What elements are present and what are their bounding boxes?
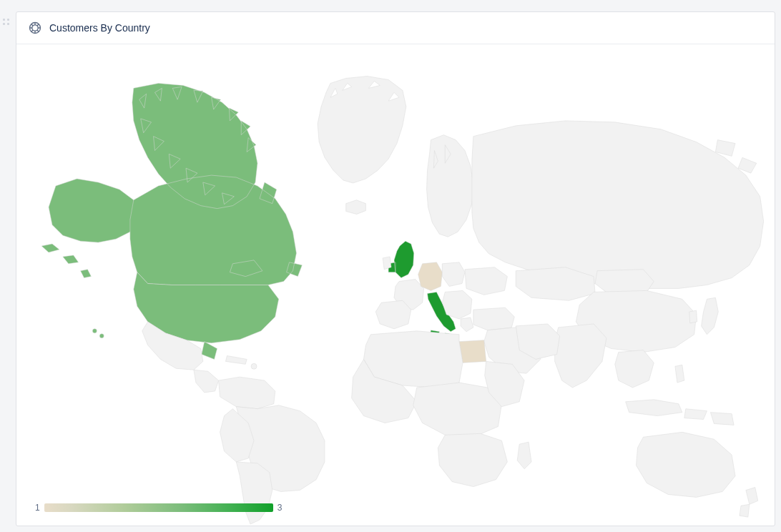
country-russia[interactable] xyxy=(472,121,764,289)
country-greenland[interactable] xyxy=(318,77,406,183)
country-new-zealand[interactable] xyxy=(740,488,758,518)
country-argentina-chile[interactable] xyxy=(236,462,272,524)
country-seasia[interactable] xyxy=(615,350,654,388)
country-scandinavia[interactable] xyxy=(427,135,473,237)
country-poland[interactable] xyxy=(442,262,465,287)
country-cuba[interactable] xyxy=(225,355,247,364)
country-colombia-venezuela[interactable] xyxy=(219,377,275,409)
datasource-icon xyxy=(28,21,42,35)
country-canada[interactable] xyxy=(130,83,302,285)
legend-min: 1 xyxy=(35,503,40,513)
country-us-hawaii-2[interactable] xyxy=(99,334,104,338)
map-card: Customers By Country xyxy=(16,11,775,526)
country-turkey[interactable] xyxy=(473,307,514,330)
card-header: Customers By Country xyxy=(16,12,775,44)
country-central-america[interactable] xyxy=(194,370,219,393)
card-title: Customers By Country xyxy=(49,22,150,34)
legend-gradient-bar xyxy=(44,503,273,512)
country-korea[interactable] xyxy=(689,310,697,323)
color-legend: 1 3 xyxy=(35,503,282,513)
country-madagascar[interactable] xyxy=(517,442,531,469)
country-southern-africa[interactable] xyxy=(438,433,507,486)
country-iceland[interactable] xyxy=(346,200,366,215)
country-ukraine[interactable] xyxy=(465,267,507,295)
country-mongolia[interactable] xyxy=(595,270,654,294)
country-us-hawaii[interactable] xyxy=(92,329,97,333)
country-iberia[interactable] xyxy=(375,300,411,329)
country-png[interactable] xyxy=(710,413,734,425)
country-egypt[interactable] xyxy=(459,340,486,363)
world-map[interactable] xyxy=(16,44,775,526)
country-uk[interactable] xyxy=(388,241,414,277)
country-germany[interactable] xyxy=(418,262,443,291)
country-us-alaska[interactable] xyxy=(41,179,137,278)
country-australia[interactable] xyxy=(637,432,736,497)
drag-handle[interactable] xyxy=(3,19,10,26)
country-hispaniola[interactable] xyxy=(251,363,257,369)
country-greece[interactable] xyxy=(461,317,473,332)
card-body: 1 3 xyxy=(16,44,775,526)
country-indonesia[interactable] xyxy=(626,400,707,420)
country-ireland[interactable] xyxy=(383,257,391,270)
country-balkans[interactable] xyxy=(442,290,472,319)
legend-max: 3 xyxy=(277,503,283,513)
country-india[interactable] xyxy=(555,324,606,388)
country-philippines[interactable] xyxy=(675,365,684,383)
country-japan[interactable] xyxy=(702,297,719,334)
